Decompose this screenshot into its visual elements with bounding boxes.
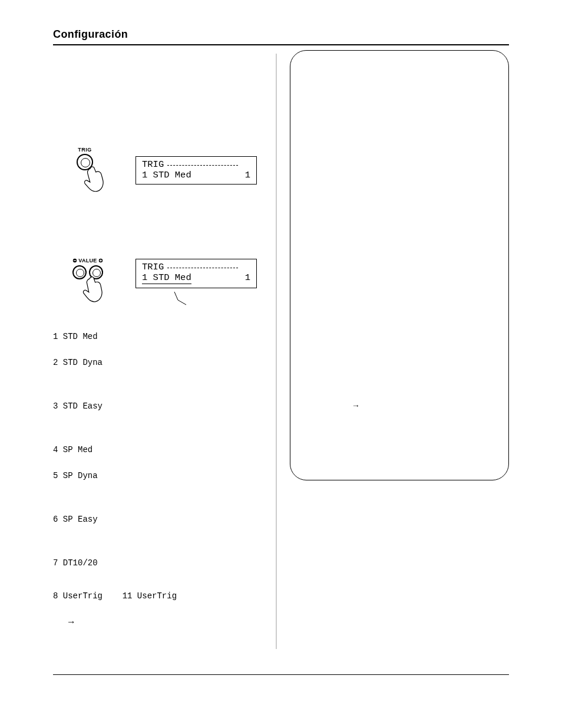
trig-step-block: TRIG TRIG 1 STD Med 1 [53,147,259,218]
lcd2-line2-left: 1 STD Med [142,272,191,284]
svg-rect-1 [74,260,76,261]
panel-continue-arrow: → [352,401,360,410]
footer-rule [53,674,509,675]
preset-item-1: 1 STD Med [53,332,259,341]
preset-item-5: 5 SP Dyna [53,471,259,480]
preset-item-2: 2 STD Dyna [53,358,259,367]
preset-item-7: 7 DT10/20 [53,558,259,568]
value-label-text: VALUE [78,258,97,263]
lcd1-line1: TRIG [142,159,164,170]
info-panel: → [290,50,509,480]
lcd2-dashes [167,266,238,268]
trig-button-illustration: TRIG [70,147,100,194]
left-column: TRIG TRIG 1 STD Med 1 [53,50,259,651]
trigger-preset-list: 1 STD Med 2 STD Dyna 3 STD Easy 4 SP Med… [53,332,259,643]
value-buttons-label: VALUE [61,258,114,263]
value-buttons-illustration: VALUE [61,258,114,303]
svg-rect-4 [100,259,101,262]
lcd2-line1: TRIG [142,262,164,272]
column-divider [276,54,277,649]
lcd2-line2-right: 1 [245,272,250,284]
preset-item-4: 4 SP Med [53,445,259,454]
preset-8-end: 11 UserTrig [123,591,177,601]
preset-8-start: 8 UserTrig [53,591,103,601]
lcd1-dashes [167,163,238,166]
preset-item-3: 3 STD Easy [53,401,259,411]
press-hand-icon [81,276,105,303]
lcd1-line2-right: 1 [245,170,250,180]
right-column: → [290,50,509,651]
lcd-display-2: TRIG 1 STD Med 1 [135,259,257,288]
value-step-block: VALUE TRIG 1 S [53,246,259,334]
content-area: TRIG TRIG 1 STD Med 1 [53,50,509,663]
section-header: Configuración [53,28,509,41]
plus-icon [98,258,103,263]
preset-item-8-range: 8 UserTrig 11 UserTrig [53,591,259,601]
lcd2-cursor-pointer-line [157,292,180,309]
header-rule [53,44,509,45]
preset-item-6: 6 SP Easy [53,515,259,524]
preset-continue-arrow: → [68,617,259,627]
lcd-display-1: TRIG 1 STD Med 1 [135,156,257,185]
trig-button-label: TRIG [70,147,100,153]
lcd1-line2-left: 1 STD Med [142,170,191,180]
minus-icon [72,258,77,263]
press-hand-icon [82,166,106,194]
